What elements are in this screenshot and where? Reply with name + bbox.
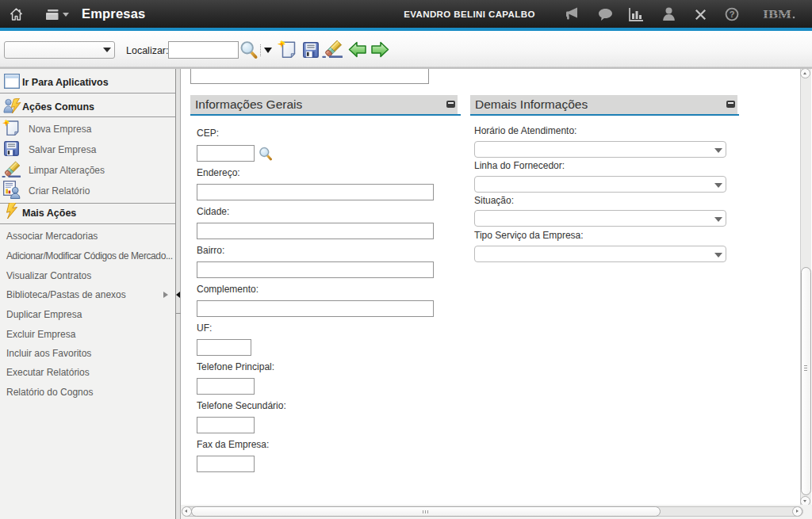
svg-text:?: ? bbox=[730, 10, 735, 19]
svg-text:IBM: IBM bbox=[763, 9, 791, 21]
